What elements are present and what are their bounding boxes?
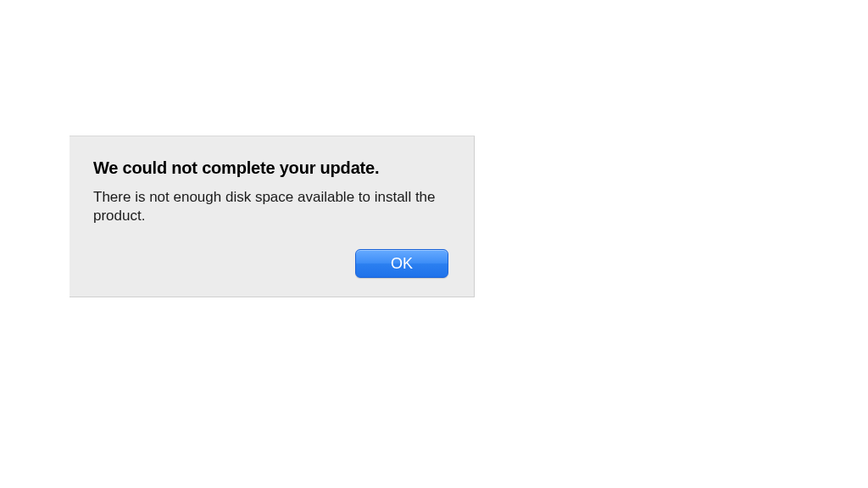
dialog-message: There is not enough disk space available… [93, 188, 449, 225]
dialog-title: We could not complete your update. [93, 158, 450, 178]
dialog-button-row: OK [93, 249, 450, 278]
error-dialog: We could not complete your update. There… [70, 136, 475, 297]
ok-button[interactable]: OK [355, 249, 448, 278]
